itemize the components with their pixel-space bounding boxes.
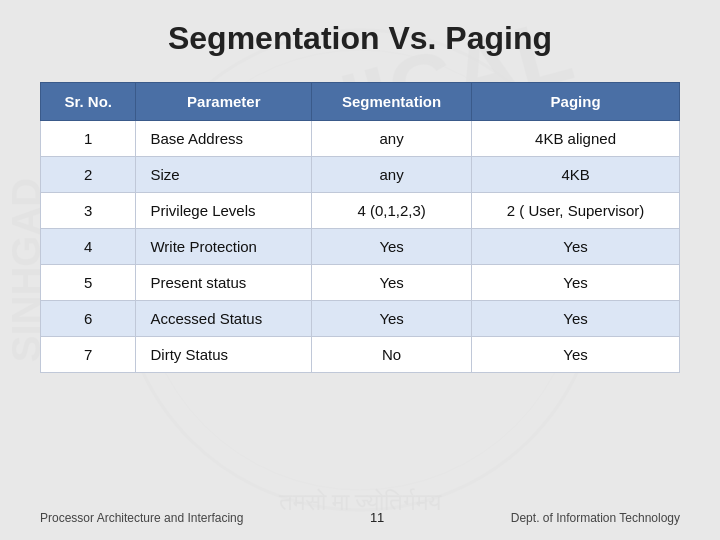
table-cell: 2 ( User, Supervisor)	[472, 193, 680, 229]
col-header-paging: Paging	[472, 83, 680, 121]
table-container: Sr. No. Parameter Segmentation Paging 1B…	[40, 82, 680, 500]
comparison-table: Sr. No. Parameter Segmentation Paging 1B…	[40, 82, 680, 373]
table-cell: Yes	[312, 301, 472, 337]
table-cell: Accessed Status	[136, 301, 312, 337]
table-cell: No	[312, 337, 472, 373]
table-cell: 3	[41, 193, 136, 229]
table-row: 6Accessed StatusYesYes	[41, 301, 680, 337]
table-cell: Present status	[136, 265, 312, 301]
footer-page: 11	[370, 510, 384, 525]
table-cell: any	[312, 121, 472, 157]
table-row: 5Present statusYesYes	[41, 265, 680, 301]
table-cell: Yes	[472, 229, 680, 265]
table-cell: Yes	[312, 265, 472, 301]
col-header-srno: Sr. No.	[41, 83, 136, 121]
col-header-parameter: Parameter	[136, 83, 312, 121]
table-row: 3Privilege Levels4 (0,1,2,3)2 ( User, Su…	[41, 193, 680, 229]
table-cell: Base Address	[136, 121, 312, 157]
table-cell: Yes	[472, 337, 680, 373]
col-header-segmentation: Segmentation	[312, 83, 472, 121]
table-cell: Yes	[312, 229, 472, 265]
table-cell: Dirty Status	[136, 337, 312, 373]
table-cell: 2	[41, 157, 136, 193]
table-row: 2Sizeany4KB	[41, 157, 680, 193]
table-cell: 4KB	[472, 157, 680, 193]
table-cell: Privilege Levels	[136, 193, 312, 229]
page-title: Segmentation Vs. Paging	[40, 20, 680, 57]
page-content: Segmentation Vs. Paging Sr. No. Paramete…	[0, 0, 720, 540]
table-cell: Yes	[472, 301, 680, 337]
table-cell: 1	[41, 121, 136, 157]
table-row: 4Write ProtectionYesYes	[41, 229, 680, 265]
table-cell: 6	[41, 301, 136, 337]
table-header-row: Sr. No. Parameter Segmentation Paging	[41, 83, 680, 121]
table-cell: any	[312, 157, 472, 193]
footer: Processor Architecture and Interfacing 1…	[40, 500, 680, 525]
table-cell: Size	[136, 157, 312, 193]
table-cell: Yes	[472, 265, 680, 301]
table-row: 7Dirty StatusNoYes	[41, 337, 680, 373]
table-cell: Write Protection	[136, 229, 312, 265]
footer-right: Dept. of Information Technology	[511, 511, 680, 525]
table-cell: 7	[41, 337, 136, 373]
table-cell: 4 (0,1,2,3)	[312, 193, 472, 229]
table-cell: 4	[41, 229, 136, 265]
footer-left: Processor Architecture and Interfacing	[40, 511, 243, 525]
table-cell: 4KB aligned	[472, 121, 680, 157]
table-cell: 5	[41, 265, 136, 301]
table-row: 1Base Addressany4KB aligned	[41, 121, 680, 157]
